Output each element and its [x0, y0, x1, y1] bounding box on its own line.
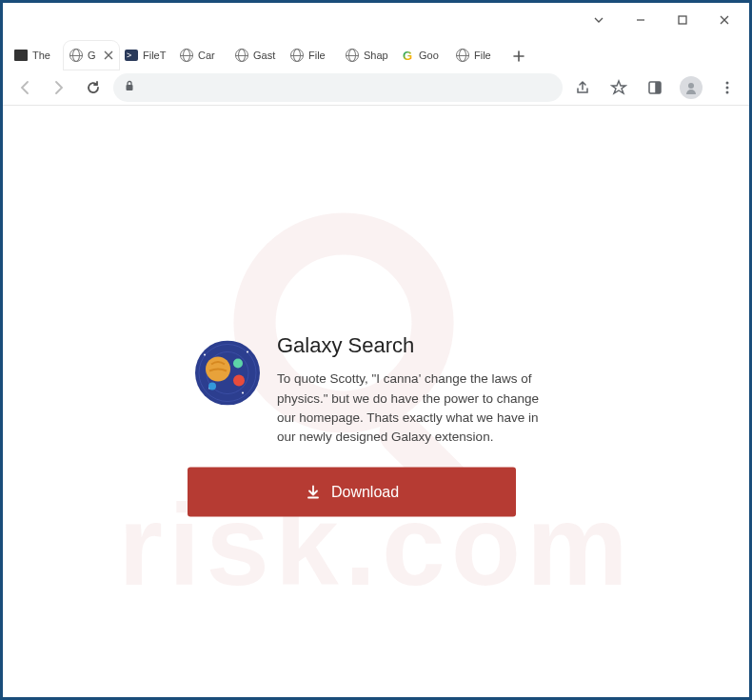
svg-point-9: [726, 90, 729, 93]
tab-title: File: [474, 50, 500, 61]
svg-point-17: [242, 392, 244, 394]
printer-icon: [14, 49, 28, 62]
new-tab-button[interactable]: [505, 43, 532, 70]
google-icon: G: [401, 49, 414, 62]
svg-point-6: [688, 83, 694, 89]
terminal-icon: [125, 49, 138, 62]
page-title: Galaxy Search: [277, 333, 557, 358]
tab-title: Gast: [253, 50, 279, 61]
chevron-down-icon[interactable]: [578, 6, 620, 34]
tab-6[interactable]: Shap: [340, 41, 395, 70]
tab-2[interactable]: FileT: [119, 41, 174, 70]
bookmark-icon[interactable]: [604, 73, 633, 102]
globe-icon: [180, 49, 193, 62]
globe-icon: [235, 49, 248, 62]
tab-title: The: [32, 50, 58, 61]
tab-3[interactable]: Car: [174, 41, 229, 70]
browser-toolbar: [3, 70, 749, 106]
avatar-icon: [680, 76, 703, 99]
tab-title: G: [88, 50, 99, 61]
profile-button[interactable]: [677, 73, 705, 102]
globe-icon: [346, 49, 359, 62]
tab-7[interactable]: GGoo: [395, 41, 450, 70]
svg-point-15: [204, 354, 206, 356]
download-label: Download: [331, 484, 399, 501]
tab-strip: TheGFileTCarGastFileShapGGooFile: [3, 37, 749, 70]
menu-icon[interactable]: [713, 73, 742, 102]
download-button[interactable]: Download: [188, 468, 516, 517]
page-description: To quote Scotty, "I canna' change the la…: [277, 370, 557, 447]
tab-8[interactable]: File: [450, 41, 505, 70]
tab-1[interactable]: G: [64, 41, 119, 70]
svg-point-21: [233, 375, 245, 387]
svg-rect-5: [656, 82, 661, 93]
reload-button[interactable]: [79, 73, 108, 102]
globe-icon: [456, 49, 469, 62]
tab-5[interactable]: File: [285, 41, 340, 70]
svg-point-22: [208, 383, 216, 390]
svg-rect-1: [679, 16, 686, 24]
side-panel-icon[interactable]: [641, 73, 669, 102]
back-button[interactable]: [10, 73, 39, 102]
download-icon: [305, 484, 322, 501]
svg-point-7: [726, 81, 729, 84]
svg-point-16: [247, 351, 248, 353]
tab-title: File: [308, 50, 334, 61]
tab-title: Goo: [419, 50, 445, 61]
share-icon[interactable]: [568, 73, 597, 102]
globe-icon: [69, 49, 83, 62]
address-bar[interactable]: [113, 73, 563, 102]
globe-icon: [290, 49, 304, 62]
svg-rect-2: [127, 85, 133, 90]
toolbar-actions: [568, 73, 742, 102]
tab-4[interactable]: Gast: [229, 41, 285, 70]
close-tab-icon[interactable]: [104, 50, 113, 60]
minimize-button[interactable]: [620, 6, 662, 34]
forward-button[interactable]: [45, 73, 73, 102]
close-window-button[interactable]: [703, 6, 745, 34]
promo-card: Galaxy Search To quote Scotty, "I canna'…: [195, 333, 557, 517]
maximize-button[interactable]: [662, 6, 703, 34]
lock-icon: [123, 79, 136, 96]
galaxy-icon: [195, 341, 260, 406]
tab-title: FileT: [143, 50, 168, 61]
tab-0[interactable]: The: [9, 41, 64, 70]
svg-point-20: [233, 359, 243, 369]
tab-title: Shap: [364, 50, 389, 61]
tab-title: Car: [198, 50, 224, 61]
window-controls: [3, 3, 749, 37]
page-content: risk.com Galaxy Search To quote Sc: [3, 106, 749, 697]
svg-point-8: [726, 86, 729, 89]
